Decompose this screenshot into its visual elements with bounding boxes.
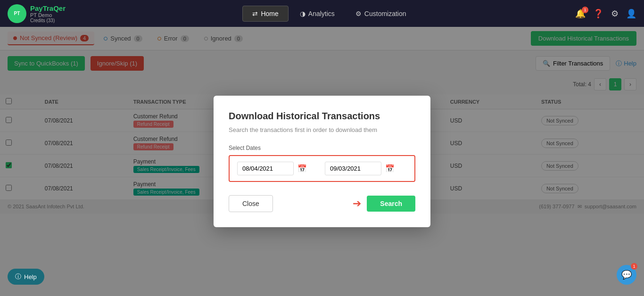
user-button[interactable]: 👤 <box>626 8 636 19</box>
start-date-field: 📅 <box>237 162 319 175</box>
start-date-input[interactable] <box>237 162 294 175</box>
end-date-input[interactable] <box>325 162 381 175</box>
help-float-icon: ⓘ <box>15 272 21 281</box>
logo-text: PayTraQer PT Demo Credits (33) <box>30 4 66 23</box>
help-button[interactable]: ❓ <box>593 8 603 19</box>
app-header: PT PayTraQer PT Demo Credits (33) ⇄ Home… <box>0 0 644 27</box>
nav-tab-customization[interactable]: ⚙ Customization <box>346 6 416 22</box>
modal-title: Download Historical Transactions <box>229 111 415 122</box>
search-button[interactable]: Search <box>367 196 415 212</box>
home-icon: ⇄ <box>252 10 258 17</box>
download-modal: Download Historical Transactions Search … <box>214 96 430 227</box>
nav-tab-home-label: Home <box>261 10 278 17</box>
nav-tab-home[interactable]: ⇄ Home <box>242 6 288 22</box>
logo-area: PT PayTraQer PT Demo Credits (33) <box>8 4 83 23</box>
company-name: PT Demo <box>30 12 66 18</box>
nav-tab-customization-label: Customization <box>364 10 406 17</box>
arrow-right-icon: ➔ <box>353 197 361 210</box>
analytics-icon: ◑ <box>300 10 305 17</box>
help-float-label: Help <box>24 273 37 280</box>
date-inputs-wrapper: 📅 📅 <box>229 155 415 182</box>
notification-badge: 1 <box>582 7 588 13</box>
nav-tab-analytics[interactable]: ◑ Analytics <box>290 6 344 22</box>
notification-button[interactable]: 🔔 1 <box>575 8 586 19</box>
gear-icon: ⚙ <box>355 10 362 17</box>
settings-button[interactable]: ⚙ <box>611 8 619 19</box>
modal-footer: Close ➔ Search <box>229 195 415 212</box>
end-date-calendar-icon[interactable]: 📅 <box>385 164 395 173</box>
chat-icon: 💬 <box>621 270 632 280</box>
help-float-button[interactable]: ⓘ Help <box>8 269 44 285</box>
close-modal-button[interactable]: Close <box>229 195 273 212</box>
credits: Credits (33) <box>30 18 66 23</box>
search-area: ➔ Search <box>353 196 415 212</box>
logo-icon: PT <box>8 4 26 23</box>
chat-float-button[interactable]: 💬 1 <box>617 265 636 285</box>
main-content: Not Synced (Review) 4 Synced 0 Error 0 I… <box>0 27 644 296</box>
modal-subtitle: Search the transactions first in order t… <box>229 126 415 133</box>
start-date-calendar-icon[interactable]: 📅 <box>297 164 307 173</box>
nav-tab-analytics-label: Analytics <box>308 10 335 17</box>
nav-tabs: ⇄ Home ◑ Analytics ⚙ Customization <box>89 6 570 22</box>
chat-badge: 1 <box>631 263 637 270</box>
date-section-label: Select Dates <box>229 145 415 151</box>
modal-overlay: Download Historical Transactions Search … <box>0 27 644 296</box>
app-name: PayTraQer <box>30 4 66 12</box>
end-date-field: 📅 <box>325 162 407 175</box>
header-actions: 🔔 1 ❓ ⚙ 👤 <box>575 8 636 19</box>
